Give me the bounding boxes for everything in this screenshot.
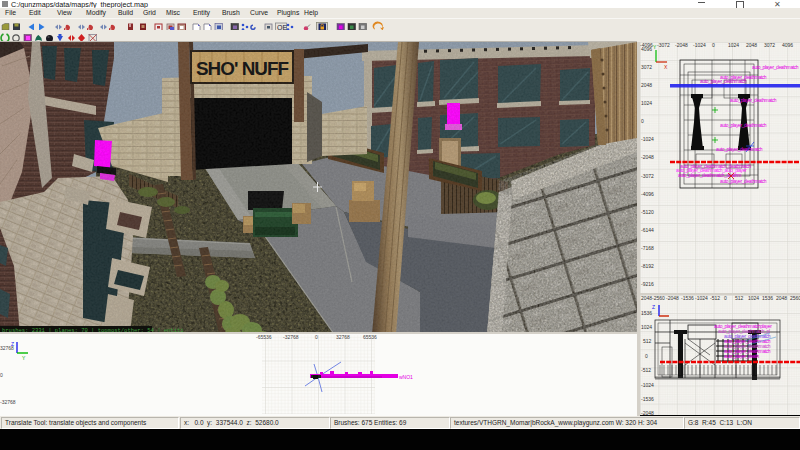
svg-text:32768: 32768 xyxy=(336,334,350,340)
svg-text:1536: 1536 xyxy=(762,295,773,301)
svg-text:512: 512 xyxy=(643,338,652,344)
svg-text:auto_player_death: auto_player_death xyxy=(724,353,759,359)
svg-text:auto_player_deathmatch: auto_player_deathmatch xyxy=(730,97,777,103)
svg-text:0: 0 xyxy=(641,118,644,124)
svg-text:-4096: -4096 xyxy=(641,191,654,197)
svg-text:512: 512 xyxy=(735,295,744,301)
svg-text:auto_player_deathmatch: auto_player_deathmatch xyxy=(700,78,747,84)
svg-text:-1024: -1024 xyxy=(693,42,706,48)
svg-text:-1024: -1024 xyxy=(641,136,654,142)
svg-text:-9216: -9216 xyxy=(641,281,654,287)
svg-text:3072: 3072 xyxy=(641,64,652,70)
svg-text:auto_player_deathmatch: auto_player_deathmatch xyxy=(716,146,763,152)
svg-text:-2048: -2048 xyxy=(641,154,654,160)
svg-text:-7168: -7168 xyxy=(641,245,654,251)
svg-text:65536: 65536 xyxy=(363,334,377,340)
svg-text:-8192: -8192 xyxy=(641,263,654,269)
svg-text:32768: 32768 xyxy=(0,345,14,351)
svg-text:4096: 4096 xyxy=(641,46,652,52)
svg-text:-1536: -1536 xyxy=(681,295,694,301)
svg-text:0: 0 xyxy=(0,372,3,378)
svg-text:-32768: -32768 xyxy=(283,334,299,340)
svg-text:-512: -512 xyxy=(641,367,651,373)
svg-text:1024: 1024 xyxy=(641,324,652,330)
svg-text:2048: 2048 xyxy=(641,82,652,88)
svg-text:auto_player_deathmatch: auto_player_deathmatch xyxy=(720,122,767,128)
svg-text:Z: Z xyxy=(652,304,655,310)
svg-text:2048: 2048 xyxy=(776,295,787,301)
svg-text:0: 0 xyxy=(724,295,727,301)
svg-text:wNO1: wNO1 xyxy=(399,374,413,380)
svg-text:-2048: -2048 xyxy=(675,42,688,48)
svg-text:auto_player_deathmatch: auto_player_deathmatch xyxy=(752,64,799,70)
svg-text:-512: -512 xyxy=(710,295,720,301)
svg-text:-32768: -32768 xyxy=(0,399,16,405)
svg-text:-1536: -1536 xyxy=(641,396,654,402)
svg-text:-2048: -2048 xyxy=(666,295,679,301)
svg-text:0: 0 xyxy=(315,334,318,340)
svg-text:1024: 1024 xyxy=(641,100,652,106)
svg-text:-2048: -2048 xyxy=(641,410,654,415)
svg-text:auto_player_deathmatch: auto_player_deathmatch xyxy=(720,178,767,184)
svg-text:-65536: -65536 xyxy=(256,334,272,340)
svg-text:2048: 2048 xyxy=(641,295,652,301)
svg-text:1024: 1024 xyxy=(748,295,759,301)
svg-text:-1024: -1024 xyxy=(695,295,708,301)
svg-text:0: 0 xyxy=(645,353,648,359)
svg-text:-5120: -5120 xyxy=(641,209,654,215)
svg-text:2560: 2560 xyxy=(790,295,800,301)
svg-text:-3072: -3072 xyxy=(657,42,670,48)
svg-text:0: 0 xyxy=(712,42,715,48)
svg-text:-6144: -6144 xyxy=(641,227,654,233)
svg-text:4096: 4096 xyxy=(782,42,793,48)
svg-text:-1024: -1024 xyxy=(641,382,654,388)
svg-text:3072: 3072 xyxy=(764,42,775,48)
svg-text:1536: 1536 xyxy=(641,310,652,316)
svg-text:2048: 2048 xyxy=(746,42,757,48)
svg-text:1024: 1024 xyxy=(728,42,739,48)
svg-text:-3072: -3072 xyxy=(641,173,654,179)
svg-text:-2560: -2560 xyxy=(652,295,665,301)
